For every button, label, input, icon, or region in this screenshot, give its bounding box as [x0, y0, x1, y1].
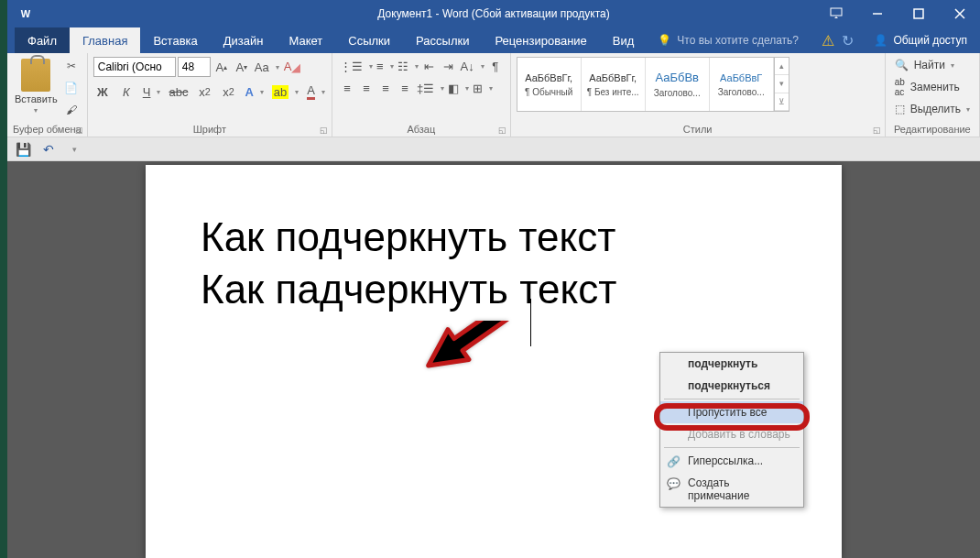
group-clipboard: Вставить ▾ ✂ 📄 🖌 Буфер обмена◱	[7, 53, 88, 137]
tab-mailings[interactable]: Рассылки	[403, 27, 482, 53]
ctx-add-to-dictionary[interactable]: Добавить в словарь	[660, 423, 803, 445]
tab-insert[interactable]: Вставка	[140, 27, 210, 53]
tab-home[interactable]: Главная	[70, 27, 140, 53]
highlight-button[interactable]: ab	[270, 82, 299, 101]
clipboard-icon	[21, 59, 50, 92]
clipboard-launcher[interactable]: ◱	[75, 126, 83, 135]
group-font: A▴ A▾ Aa A◢ Ж К Ч abc x2 x2 A ab A Шрифт	[88, 53, 332, 137]
ribbon-tabs: Файл Главная Вставка Дизайн Макет Ссылки…	[7, 27, 980, 53]
lightbulb-icon: 💡	[658, 34, 671, 47]
tell-me[interactable]: 💡 Что вы хотите сделать?	[658, 27, 822, 53]
styles-launcher[interactable]: ◱	[873, 126, 881, 135]
borders-button[interactable]: ⊞	[471, 79, 494, 97]
styles-scroll-up[interactable]: ▴	[775, 58, 789, 75]
paragraph-group-label: Абзац	[407, 124, 435, 135]
show-marks-button[interactable]: ¶	[486, 57, 505, 75]
justify-button[interactable]: ≡	[396, 79, 414, 97]
indent-icon: ⇥	[443, 60, 453, 73]
grow-font-button[interactable]: A▴	[212, 58, 231, 76]
tab-design[interactable]: Дизайн	[211, 27, 277, 53]
svg-text:W: W	[21, 8, 31, 19]
group-styles: АаБбВвГг, ¶ Обычный АаБбВвГг, ¶ Без инте…	[511, 53, 886, 137]
tab-review[interactable]: Рецензирование	[482, 27, 599, 53]
minimize-button[interactable]	[856, 0, 898, 27]
editing-group-label: Редактирование	[894, 124, 971, 135]
titlebar: W Документ1 - Word (Сбой активации проду…	[7, 0, 980, 27]
increase-indent-button[interactable]: ⇥	[440, 57, 458, 75]
decrease-indent-button[interactable]: ⇤	[420, 57, 439, 75]
align-right-button[interactable]: ≡	[376, 79, 395, 97]
styles-gallery[interactable]: АаБбВвГг, ¶ Обычный АаБбВвГг, ¶ Без инте…	[517, 57, 789, 112]
ctx-comment-label: Создать примечание	[688, 476, 749, 502]
ribbon-options-button[interactable]	[815, 0, 856, 27]
copy-button[interactable]: 📄	[61, 79, 82, 97]
maximize-button[interactable]	[898, 0, 939, 27]
text-effects-button[interactable]: A	[243, 82, 264, 101]
superscript-button[interactable]: x2	[219, 82, 237, 101]
subscript-button[interactable]: x2	[195, 82, 213, 101]
replace-icon: abac	[895, 77, 905, 97]
search-icon: 🔍	[895, 59, 909, 71]
quick-access-toolbar: 💾 ↶ ▾	[7, 137, 980, 161]
ctx-suggestion-2[interactable]: подчеркнуться	[660, 375, 803, 397]
copy-icon: 📄	[64, 82, 78, 94]
change-case-button[interactable]: Aa	[253, 58, 280, 76]
ctx-new-comment[interactable]: 💬Создать примечание	[660, 472, 803, 507]
cut-button[interactable]: ✂	[61, 57, 82, 75]
styles-more[interactable]: ⊻	[775, 93, 789, 111]
style-preview: АаБбВв	[655, 71, 699, 84]
sort-button[interactable]: A↓	[459, 57, 485, 75]
multilevel-icon: ☷	[397, 60, 408, 73]
paste-button[interactable]: Вставить ▾	[13, 57, 60, 116]
paragraph-launcher[interactable]: ◱	[498, 126, 506, 135]
undo-button[interactable]: ↶	[40, 141, 57, 158]
font-launcher[interactable]: ◱	[320, 126, 328, 135]
font-color-button[interactable]: A	[305, 82, 326, 101]
style-preview: АаБбВвГ	[720, 72, 762, 83]
multilevel-button[interactable]: ☷	[396, 57, 419, 75]
svg-rect-2	[831, 8, 842, 16]
font-size-input[interactable]	[178, 57, 211, 77]
tell-me-label: Что вы хотите сделать?	[677, 34, 799, 47]
tab-references[interactable]: Ссылки	[335, 27, 403, 53]
bold-button[interactable]: Ж	[93, 82, 112, 101]
select-button[interactable]: ⬚Выделить▾	[891, 101, 974, 117]
align-left-button[interactable]: ≡	[338, 79, 356, 97]
ctx-hyperlink[interactable]: 🔗Гиперссылка...	[660, 450, 803, 472]
clear-formatting-button[interactable]: A◢	[282, 58, 303, 76]
ctx-ignore-all[interactable]: Пропустить все	[660, 401, 803, 423]
format-painter-button[interactable]: 🖌	[61, 101, 82, 119]
shrink-font-button[interactable]: A▾	[233, 58, 251, 76]
shading-button[interactable]: ◧	[446, 79, 470, 97]
style-heading1[interactable]: АаБбВв Заголово...	[646, 58, 710, 111]
find-button[interactable]: 🔍Найти▾	[891, 57, 958, 73]
replace-button[interactable]: abacЗаменить	[891, 75, 964, 99]
tab-file[interactable]: Файл	[15, 27, 70, 53]
qat-customize[interactable]: ▾	[66, 141, 82, 158]
style-no-spacing[interactable]: АаБбВвГг, ¶ Без инте...	[582, 58, 646, 111]
style-name: ¶ Обычный	[519, 87, 579, 97]
font-name-input[interactable]	[93, 57, 176, 77]
style-heading2[interactable]: АаБбВвГ Заголово...	[710, 58, 774, 111]
bullets-icon: ⋮☰	[340, 60, 363, 73]
italic-button[interactable]: К	[117, 82, 136, 101]
replace-label: Заменить	[910, 81, 960, 93]
ctx-suggestion-1[interactable]: подчеркнуть	[660, 353, 803, 375]
tab-layout[interactable]: Макет	[276, 27, 335, 53]
tab-view[interactable]: Вид	[600, 27, 648, 53]
share-button[interactable]: 👤 Общий доступ	[861, 27, 980, 53]
word-app-icon: W	[15, 3, 37, 25]
save-button[interactable]: 💾	[15, 141, 31, 158]
line-spacing-button[interactable]: ‡☰	[415, 79, 445, 97]
sort-icon: A↓	[461, 60, 474, 73]
style-normal[interactable]: АаБбВвГг, ¶ Обычный	[517, 58, 582, 111]
misspelled-word[interactable]: падчеркнуть	[276, 267, 508, 312]
styles-scroll-down[interactable]: ▾	[775, 75, 789, 93]
close-button[interactable]	[939, 0, 980, 27]
align-center-button[interactable]: ≡	[357, 79, 376, 97]
style-preview: АаБбВвГг,	[525, 72, 572, 83]
numbering-button[interactable]: ≡	[375, 57, 395, 75]
bullets-button[interactable]: ⋮☰	[338, 57, 374, 75]
underline-button[interactable]: Ч	[141, 82, 162, 101]
strikethrough-button[interactable]: abc	[167, 82, 190, 101]
